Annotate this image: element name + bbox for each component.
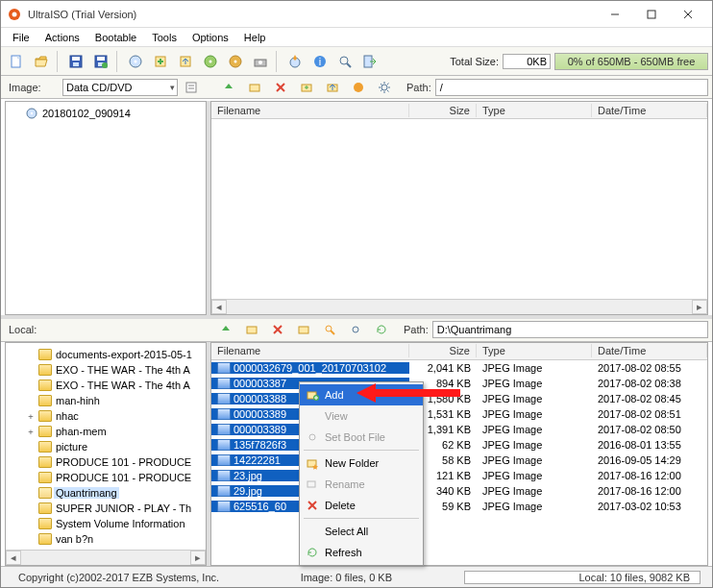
disc-info-icon[interactable] [199,50,222,73]
image-path-field[interactable]: / [435,79,708,96]
local-add-icon[interactable] [293,320,314,339]
image-file-list[interactable] [211,119,707,299]
tree-node[interactable]: man-hinh [8,393,204,408]
image-props-icon[interactable] [181,78,202,97]
scroll-right-icon[interactable]: ▸ [190,551,206,565]
tree-node[interactable]: Quantrimang [8,485,204,501]
local-path-field[interactable]: D:\Quantrimang [432,321,708,338]
image-tree[interactable]: 20180102_090914 [6,102,206,297]
context-menu: Add View Set Boot File New Folder Rename… [299,381,424,566]
file-row[interactable]: 0000033881,580 KBJPEG Image2017-08-02 08… [211,391,707,406]
file-row[interactable]: 0000033891,391 KBJPEG Image2017-08-02 08… [211,422,707,437]
col-size[interactable]: Size [409,344,477,357]
col-filename[interactable]: Filename [211,344,409,357]
col-type[interactable]: Type [477,104,592,117]
tree-node[interactable]: PRODUCE 101 - PRODUCE [8,470,204,485]
open-icon[interactable] [30,50,53,73]
image-type-combo[interactable]: Data CD/DVD [62,79,178,96]
scrollbar-horizontal[interactable]: ◂▸ [6,550,206,565]
separator-icon [57,51,61,72]
tree-node[interactable]: +phan-mem [8,424,204,439]
exit-icon[interactable] [358,50,381,73]
ctx-add[interactable]: Add [300,384,423,405]
col-date[interactable]: Date/Time [592,344,707,357]
svg-point-1 [12,12,17,16]
menu-help[interactable]: Help [236,30,274,45]
file-icon [217,485,231,497]
menu-actions[interactable]: Actions [37,30,87,45]
col-date[interactable]: Date/Time [592,104,707,117]
maximize-button[interactable] [633,3,670,26]
local-newfolder-icon[interactable] [241,320,262,339]
up-icon[interactable] [218,78,239,97]
col-filename[interactable]: Filename [211,104,409,117]
scroll-left-icon[interactable]: ◂ [6,551,21,565]
file-row[interactable]: 625516_6059 KBJPEG Image2017-03-02 10:53 [211,499,707,514]
minimize-button[interactable] [597,3,633,26]
local-settings-icon[interactable] [345,320,366,339]
local-search-icon[interactable] [319,320,340,339]
ctx-delete[interactable]: Delete [300,495,423,516]
svg-point-13 [102,62,108,68]
folder-icon [38,441,52,453]
close-button[interactable] [670,3,706,26]
tree-node[interactable]: PRODUCE 101 - PRODUCE [8,454,204,470]
save-as-icon[interactable] [89,50,112,73]
tree-node[interactable]: System Volume Information [8,516,204,531]
add-files-icon[interactable] [149,50,172,73]
settings-icon[interactable] [374,78,395,97]
disc-icon[interactable] [124,50,147,73]
file-row[interactable]: 135f7826f362 KBJPEG Image2016-08-01 13:5… [211,437,707,453]
file-icon [217,424,231,435]
local-tree[interactable]: documents-export-2015-05-1EXO - THE WAR … [6,343,206,548]
col-size[interactable]: Size [409,104,477,117]
new-folder-icon[interactable] [244,78,265,97]
local-delete-icon[interactable] [267,320,288,339]
add-menu-icon [304,388,321,402]
mount-icon[interactable] [249,50,272,73]
file-row[interactable]: 1422228158 KBJPEG Image2016-09-05 14:29 [211,453,707,468]
file-row[interactable]: 000003387894 KBJPEG Image2017-08-02 08:3… [211,376,707,391]
menu-file[interactable]: File [5,30,37,45]
local-file-list[interactable]: 0000032679_001_201707031022,041 KBJPEG I… [211,360,707,565]
capacity-bar[interactable]: 0% of 650MB - 650MB free [554,53,708,70]
find-icon[interactable] [333,50,356,73]
tree-node[interactable]: SUPER JUNIOR - PLAY - Th [8,501,204,516]
col-type[interactable]: Type [477,344,592,357]
tree-node[interactable]: van b?n [8,531,204,547]
menu-bootable[interactable]: Bootable [87,30,144,45]
burn-icon[interactable] [283,50,307,73]
menu-tools[interactable]: Tools [144,30,184,45]
properties-icon[interactable] [348,78,369,97]
add-icon[interactable] [296,78,317,97]
folder-icon [38,410,52,422]
scroll-right-icon[interactable]: ▸ [692,300,707,314]
tree-node[interactable]: picture [8,439,204,454]
extract-icon[interactable] [174,50,197,73]
extract-to-icon[interactable] [322,78,343,97]
save-icon[interactable] [64,50,87,73]
new-icon[interactable] [5,50,28,73]
scroll-left-icon[interactable]: ◂ [211,300,227,314]
tree-node[interactable]: EXO - THE WAR - The 4th A [8,362,204,378]
compress-icon[interactable] [224,50,247,73]
local-up-icon[interactable] [215,320,236,339]
file-icon [217,470,231,481]
menu-separator [304,450,419,451]
file-row[interactable]: 23.jpg121 KBJPEG Image2017-08-16 12:00 [211,468,707,483]
ctx-select-all[interactable]: Select All [300,521,423,542]
file-row[interactable]: 29.jpg340 KBJPEG Image2017-08-16 12:00 [211,483,707,499]
tree-node[interactable]: documents-export-2015-05-1 [8,347,204,362]
ctx-new-folder[interactable]: New Folder [300,453,423,474]
info-icon[interactable]: i [308,50,332,73]
local-refresh-icon[interactable] [371,320,392,339]
ctx-refresh[interactable]: Refresh [300,542,423,563]
menu-options[interactable]: Options [184,30,236,45]
delete-icon[interactable] [270,78,291,97]
file-row[interactable]: 0000033891,531 KBJPEG Image2017-08-02 08… [211,406,707,422]
tree-node[interactable]: EXO - THE WAR - The 4th A [8,378,204,393]
tree-node[interactable]: +nhac [8,408,204,424]
tree-root[interactable]: 20180102_090914 [8,106,204,121]
file-row[interactable]: 0000032679_001_201707031022,041 KBJPEG I… [211,360,707,376]
scrollbar-horizontal[interactable]: ◂▸ [211,299,707,314]
